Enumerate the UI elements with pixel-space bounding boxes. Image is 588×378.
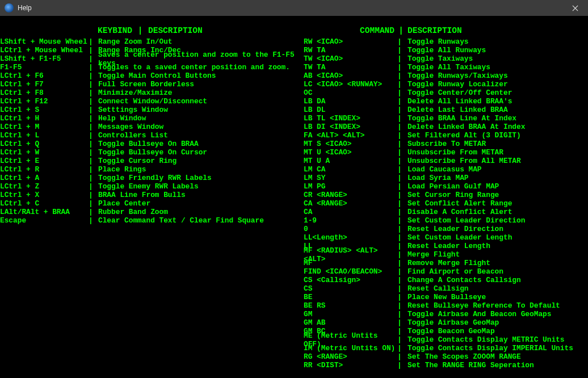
command-key: LB DL [304, 106, 397, 114]
command-description: Toggle Contacts Display METRIC Units [408, 335, 582, 344]
row-separator: | [397, 123, 408, 131]
command-row: TW <ICAO>|Toggle Taxiways [304, 54, 582, 63]
command-row: 0|Reset Leader Direction [304, 225, 582, 233]
command-description: Toggle Center/Off Center [408, 89, 582, 97]
titlebar: Help [0, 0, 588, 16]
row-separator: | [397, 174, 408, 182]
keybind-key: LCtrl + S [0, 106, 89, 114]
command-description: Toggle BRAA Line At Index [408, 114, 582, 123]
close-button[interactable] [566, 0, 583, 16]
keybind-key: LCtrl + F7 [0, 80, 89, 89]
keybind-row: LCtrl + W|Toggle Bullseye On Cursor [0, 148, 304, 157]
keybind-key: LCtrl + L [0, 131, 89, 140]
keybind-key: LCtrl + F6 [0, 72, 89, 80]
command-row: GM AB|Toggle Airbase GeoMap [304, 318, 582, 327]
keybind-row: LCtrl + F7|Full Screen Borderless [0, 80, 304, 89]
window-title: Help [18, 4, 566, 12]
row-separator: | [89, 199, 98, 208]
row-separator: | [89, 123, 98, 131]
command-row: LM PG|Load Persian Gulf MAP [304, 182, 582, 191]
command-description: Set Custom Leader Length [408, 233, 582, 242]
command-row: MT U <ICAO>|Unsubscribe From METAR [304, 148, 582, 157]
command-key: IM (Metric Untits ON) [304, 344, 397, 352]
keybind-description: Toggle Main Control Buttons [98, 72, 304, 80]
command-row: RR <DIST>|Set The RANGE RING Seperation [304, 361, 582, 369]
command-key: LB TL <INDEX> [304, 114, 397, 123]
row-separator: | [89, 174, 98, 182]
row-separator: | [397, 242, 408, 250]
command-key: MT U <ICAO> [304, 148, 397, 157]
keybind-row: LCtrl + F6|Toggle Main Control Buttons [0, 72, 304, 80]
command-key: CS [304, 284, 397, 293]
keybind-row: LCtrl + S|Setttings Window [0, 106, 304, 114]
command-row: AB <ICAO>|Toggle Runways/Taxiways [304, 72, 582, 80]
commands-column: COMMAND | DESCRIPTION RW <ICAO>|Toggle R… [304, 24, 582, 369]
keybind-description: Rubber Band Zoom [98, 208, 304, 216]
command-key: GM [304, 310, 397, 318]
keybind-description: Toggles to a saved center position and z… [98, 63, 304, 72]
command-key: RW TA [304, 46, 397, 54]
keybind-row: LCtrl + A|Toggle Friendly RWR Labels [0, 174, 304, 182]
command-description: Disable A Conflict Alert [408, 208, 582, 216]
row-separator: | [397, 63, 408, 72]
command-key: CA <RANGE> [304, 199, 397, 208]
command-key: TW TA [304, 63, 397, 72]
command-description: Find Airport or Beacon [408, 267, 582, 276]
row-separator: | [89, 208, 98, 216]
row-separator: | [89, 216, 98, 225]
command-key: LM SY [304, 174, 397, 182]
keybind-row: Escape|Clear Command Text / Clear Find S… [0, 216, 304, 225]
command-description: Reset Bullseye Reference To Default [408, 301, 582, 310]
command-row: LB DL|Delete Last Linked BRAA [304, 106, 582, 114]
command-row: LM SY|Load Syria MAP [304, 174, 582, 182]
keybind-row: LCtrl + H|Help Window [0, 114, 304, 123]
keybind-row: LCtrl + Q|Toggle Bullseye On BRAA [0, 140, 304, 148]
row-separator: | [397, 284, 408, 293]
row-separator: | [89, 165, 98, 174]
keybind-key: LCtrl + Z [0, 182, 89, 191]
command-row: LL<Length>|Set Custom Leader Length [304, 233, 582, 242]
keybind-description: Range Zoom In/Out [98, 37, 304, 46]
command-key: CR <RANGE> [304, 191, 397, 199]
keybind-row: LCtrl + F8|Minimize/Maximize [0, 89, 304, 97]
command-description: Change A Contacts Callsign [408, 276, 582, 284]
command-key: 0 [304, 225, 397, 233]
row-separator: | [397, 310, 408, 318]
command-key: LB DI <INDEX> [304, 123, 397, 131]
row-separator: | [397, 233, 408, 242]
row-separator: | [397, 165, 408, 174]
keybind-description: Setttings Window [98, 106, 304, 114]
command-row: FIND <ICAO/BEACON>|Find Airport or Beaco… [304, 267, 582, 276]
command-description: Load Syria MAP [408, 174, 582, 182]
command-key: FA <ALT> <ALT> [304, 131, 397, 140]
command-row: CA <RANGE>|Set Conflict Alert Range [304, 199, 582, 208]
command-description: Unsubscribe From All METAR [408, 157, 582, 165]
row-separator: | [89, 63, 98, 72]
keybind-description: Help Window [98, 114, 304, 123]
command-description: Toggle All Taxiways [408, 63, 582, 72]
command-row: LB DI <INDEX>|Delete Linked BRAA At Inde… [304, 123, 582, 131]
close-icon [572, 5, 578, 11]
row-separator: | [397, 344, 408, 352]
row-separator: | [397, 106, 408, 114]
command-key: MT U A [304, 157, 397, 165]
row-separator: | [89, 106, 98, 114]
command-key: LM PG [304, 182, 397, 191]
keybind-description: Messages Window [98, 123, 304, 131]
command-key: MF [304, 259, 397, 267]
keybind-row: LCtrl + F12|Connect Window/Disconnect [0, 97, 304, 106]
keybind-key: LCtrl + H [0, 114, 89, 123]
row-separator: | [397, 267, 408, 276]
command-description: Toggle Airbase GeoMap [408, 318, 582, 327]
command-row: LM CA|Load Caucasus MAP [304, 165, 582, 174]
command-description: Delete All Linked BRAA's [408, 97, 582, 106]
command-description: Place New Bullseye [408, 293, 582, 301]
keybind-description: Full Screen Borderless [98, 80, 304, 89]
keybind-row: LAlt/RAlt + BRAA|Rubber Band Zoom [0, 208, 304, 216]
keybind-row: LShift + Mouse Wheel|Range Zoom In/Out [0, 37, 304, 46]
row-separator: | [397, 259, 408, 267]
command-key: CS <Callsign> [304, 276, 397, 284]
command-row: CS|Reset Callsign [304, 284, 582, 293]
row-separator: | [397, 182, 408, 191]
command-description: Toggle Taxiways [408, 54, 582, 63]
